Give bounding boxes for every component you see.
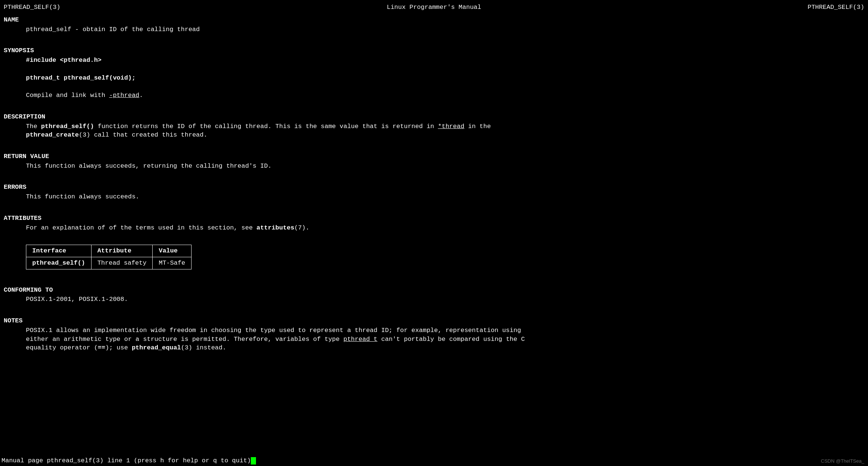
notes-pthread-equal: pthread_equal [132, 344, 181, 351]
notes-pthread-link[interactable]: pthread_t [343, 336, 378, 343]
compile-text: Compile and link with [26, 92, 105, 99]
notes-eq-mid: ); use [105, 344, 132, 351]
table-row: pthread_self() Thread safety MT-Safe [26, 257, 192, 269]
section-return-value: RETURN VALUE This function always succee… [4, 152, 864, 171]
section-conforming: CONFORMING TO POSIX.1-2001, POSIX.1-2008… [4, 286, 864, 304]
man-page-content: NAME pthread_self - obtain ID of the cal… [0, 16, 868, 352]
section-return-title: RETURN VALUE [4, 152, 864, 161]
section-description-title: DESCRIPTION [4, 113, 864, 121]
synopsis-function: pthread_t pthread_self(void); [4, 74, 864, 83]
col-value: Value [153, 245, 191, 257]
notes-eq-bold: == [98, 344, 105, 351]
section-errors: ERRORS This function always succeeds. [4, 183, 864, 201]
section-synopsis-title: SYNOPSIS [4, 46, 864, 55]
col-attribute: Attribute [91, 245, 153, 257]
terminal-cursor [251, 457, 256, 465]
section-name: NAME pthread_self - obtain ID of the cal… [4, 16, 864, 34]
notes-line2: either an arithmetic type or a structure… [4, 335, 864, 344]
desc-mid: function returns the ID of the calling t… [94, 123, 438, 130]
desc-bold: pthread_self() [41, 123, 94, 130]
desc-end2: (3) call that created this thread. [79, 131, 207, 138]
notes-line2-end: can't portably be compared using the C [378, 336, 525, 343]
attr-intro-of: of [109, 224, 116, 231]
header-left: PTHREAD_SELF(3) [4, 3, 60, 12]
desc-end: in the [464, 123, 490, 130]
attr-intro-pre: For an explanation of [26, 224, 109, 231]
cell-attribute: Thread safety [91, 257, 153, 269]
section-conforming-title: CONFORMING TO [4, 286, 864, 295]
return-content: This function always succeeds, returning… [4, 162, 864, 171]
cell-interface: pthread_self() [26, 257, 92, 269]
notes-line3: equality operator (==); use pthread_equa… [4, 343, 864, 352]
section-name-content: pthread_self - obtain ID of the calling … [4, 25, 864, 34]
attributes-table: Interface Attribute Value pthread_self()… [26, 245, 192, 269]
notes-line1: POSIX.1 allows an implementation wide fr… [4, 326, 864, 335]
attr-intro-mid: the terms used in this section, see [117, 224, 256, 231]
header-center: Linux Programmer's Manual [387, 3, 481, 12]
attr-intro-end: (7). [294, 224, 309, 231]
col-interface: Interface [26, 245, 92, 257]
errors-content: This function always succeeds. [4, 192, 864, 201]
watermark: CSDN @ThelTSea_ [821, 458, 864, 465]
attr-intro-bold: attributes [256, 224, 294, 231]
section-synopsis: SYNOPSIS #include <pthread.h> pthread_t … [4, 46, 864, 100]
synopsis-compile-line: Compile and link with -pthread. [4, 91, 864, 100]
conforming-content: POSIX.1-2001, POSIX.1-2008. [4, 295, 864, 304]
synopsis-include: #include <pthread.h> [4, 56, 864, 65]
cell-value: MT-Safe [153, 257, 191, 269]
desc-pre: The [26, 123, 41, 130]
section-notes-title: NOTES [4, 316, 864, 325]
description-line1: The pthread_self() function returns the … [4, 122, 864, 131]
man-page-header: PTHREAD_SELF(3) Linux Programmer's Manua… [0, 3, 868, 12]
attributes-intro: For an explanation of of the terms used … [4, 224, 864, 232]
compile-end: . [139, 92, 143, 99]
header-right: PTHREAD_SELF(3) [808, 3, 864, 12]
section-description: DESCRIPTION The pthread_self() function … [4, 113, 864, 140]
section-name-title: NAME [4, 16, 864, 24]
section-attributes-title: ATTRIBUTES [4, 214, 864, 223]
description-line2: pthread_create(3) call that created this… [4, 131, 864, 140]
terminal-window: PTHREAD_SELF(3) Linux Programmer's Manua… [0, 0, 868, 466]
desc-bold2: pthread_create [26, 131, 79, 138]
section-attributes: ATTRIBUTES For an explanation of of the … [4, 214, 864, 269]
compile-link[interactable]: -pthread [109, 92, 139, 99]
status-bar: Manual page pthread_self(3) line 1 (pres… [0, 456, 868, 466]
notes-eq-pre: equality operator ( [26, 344, 98, 351]
section-errors-title: ERRORS [4, 183, 864, 192]
status-bar-text: Manual page pthread_self(3) line 1 (pres… [0, 456, 251, 465]
notes-eq-end: (3) instead. [181, 344, 226, 351]
notes-line2-pre: either an arithmetic type or a structure… [26, 336, 343, 343]
section-notes: NOTES POSIX.1 allows an implementation w… [4, 316, 864, 352]
table-header-row: Interface Attribute Value [26, 245, 192, 257]
desc-link[interactable]: *thread [438, 123, 464, 130]
